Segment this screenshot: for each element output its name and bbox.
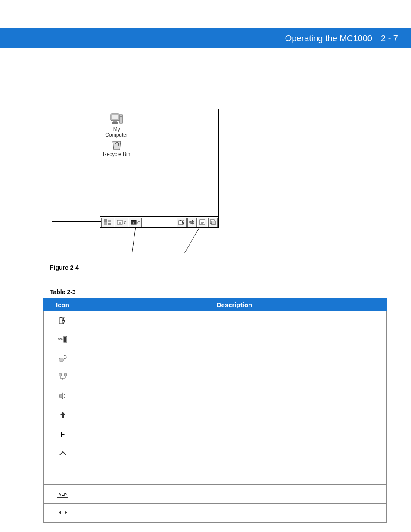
table-row [44,368,387,387]
description-cell [82,387,387,406]
icon-cell: F [44,425,82,444]
description-cell [82,425,387,444]
table-row [44,444,387,463]
callout-horizontal-line [52,221,101,222]
page-header: Operating the MC1000 2 - 7 [0,28,411,48]
description-cell [82,485,387,504]
svg-rect-15 [179,221,182,225]
icon-cell [44,311,82,330]
svg-rect-9 [104,222,107,225]
speaker-icon [59,392,67,400]
table-header-icon: Icon [44,299,82,311]
battery-100-icon: 100 [58,335,68,343]
callout-line-1 [132,227,144,253]
my-computer-icon: My Computer [105,112,128,138]
device-screenshot-figure: My Computer Recycle Bin C [100,109,219,228]
icon-cell [44,444,82,463]
start-flag-icon [101,218,114,227]
my-computer-label-line2: Computer [105,132,128,138]
icon-cell [44,504,82,523]
svg-rect-19 [212,221,215,225]
description-cell [82,368,387,387]
keyboard-dark-c-icon: C [129,218,142,227]
windows-icon [208,218,218,227]
icon-cell [44,387,82,406]
up-arrow-icon [59,411,66,419]
battery-bolt-icon [177,218,187,227]
header-title: Operating the MC1000 [285,34,372,44]
table-row [44,349,387,368]
svg-rect-21 [60,317,62,318]
svg-rect-16 [180,220,181,221]
table-row: 100 [44,330,387,349]
note-icon [198,218,207,227]
svg-rect-24 [65,336,66,336]
header-page-number: 2 - 7 [381,34,398,44]
svg-rect-25 [64,337,66,342]
table-row [44,311,387,330]
svg-rect-6 [120,118,122,118]
svg-text:100: 100 [58,338,63,341]
svg-rect-10 [108,223,111,225]
table-row: ALP [44,485,387,504]
icon-cell [44,406,82,425]
icon-cell [44,368,82,387]
description-cell [82,444,387,463]
svg-text:C: C [137,221,140,225]
svg-rect-5 [120,116,122,117]
svg-rect-8 [108,220,111,222]
svg-rect-2 [113,121,117,122]
table-row [44,504,387,523]
table-row [44,463,387,485]
table-row [44,387,387,406]
left-right-arrows-icon [58,510,68,515]
description-cell [82,311,387,330]
description-cell [82,406,387,425]
document-page: Operating the MC1000 2 - 7 My Computer [0,0,411,532]
speaker-hand-icon [58,354,68,362]
recycle-bin-icon: Recycle Bin [103,139,130,157]
taskbar-right-group [177,218,218,227]
icon-cell [44,349,82,368]
description-cell [82,349,387,368]
battery-bolt-icon [59,316,67,324]
desktop-icons: My Computer Recycle Bin [103,112,130,158]
taskbar: C C [100,216,218,227]
icon-description-table: Icon Description 100 [43,298,387,523]
recycle-icon [109,139,124,152]
table-row [44,406,387,425]
table-label: Table 2-3 [50,289,76,296]
icon-cell: ALP [44,485,82,504]
svg-rect-7 [104,219,107,222]
alp-key-icon: ALP [57,492,69,498]
table-header-row: Icon Description [44,299,387,311]
network-down-icon [58,373,68,381]
callout-line-2 [184,227,217,253]
table-row: F [44,425,387,444]
svg-rect-3 [112,122,118,124]
computer-icon [109,112,125,127]
caret-up-icon [59,451,67,456]
svg-text:C: C [124,221,126,225]
description-cell [82,504,387,523]
description-cell [82,330,387,349]
svg-rect-26 [59,374,62,376]
taskbar-left-group: C C [100,218,142,227]
description-cell [82,463,387,485]
figure-label: Figure 2-4 [50,264,79,271]
icon-cell-blank [44,463,82,485]
speaker-icon [187,218,197,227]
f-key-icon: F [61,431,65,438]
icon-cell: 100 [44,330,82,349]
keyboard-c-icon: C [115,218,128,227]
recycle-bin-label: Recycle Bin [103,152,130,157]
svg-rect-20 [59,318,63,324]
svg-rect-27 [64,374,67,376]
svg-rect-1 [112,115,118,119]
table-header-description: Description [82,299,387,311]
